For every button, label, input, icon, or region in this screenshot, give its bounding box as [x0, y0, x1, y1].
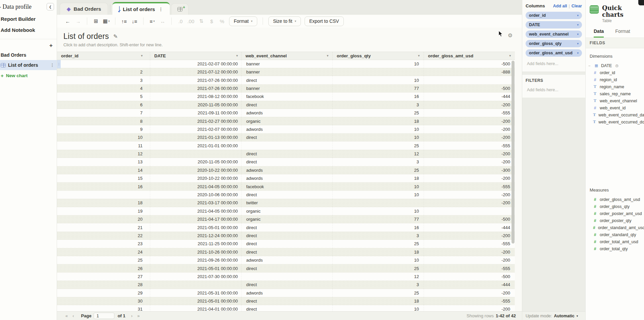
column-pill-order_gloss_qty[interactable]: order_gloss_qty▾	[526, 40, 582, 47]
page-number-input[interactable]	[94, 313, 114, 319]
sort-caret-icon[interactable]: ▾	[507, 54, 511, 57]
cell-DATE[interactable]: 2021-04-05 00:00:00	[150, 182, 241, 190]
cell-DATE[interactable]: 2020-11-05 00:00:00	[150, 158, 241, 166]
cell-order_gloss_qty[interactable]: 16	[333, 223, 424, 231]
cell-DATE[interactable]: 2021-02-07 00:00:00	[150, 125, 241, 133]
columns-add-fields-placeholder[interactable]: Add fields here...	[526, 59, 582, 67]
cell-order_id[interactable]: 11	[57, 142, 150, 149]
cell-order_id[interactable]: 7	[57, 109, 150, 117]
cell-order_gloss_qty[interactable]: 25	[333, 289, 424, 297]
cell-order_gloss_qty[interactable]: 10	[333, 60, 424, 68]
cell-order_gloss_qty[interactable]: 10	[333, 191, 424, 199]
cell-order_gloss_qty[interactable]: 10	[333, 207, 424, 215]
format-button[interactable]: Format▾	[229, 16, 257, 26]
cell-order_id[interactable]: 19	[57, 207, 150, 215]
cell-order_id[interactable]: 21	[57, 223, 150, 231]
cell-web_event_channel[interactable]: organic	[241, 207, 333, 215]
dimension-order_id[interactable]: #order_id	[586, 69, 644, 76]
filters-add-fields-placeholder[interactable]: Add fields here...	[526, 87, 582, 93]
cell-web_event_channel[interactable]: adwords	[241, 166, 333, 174]
cell-order_id[interactable]: 6	[57, 101, 150, 109]
cell-order_gloss_amt_usd[interactable]: -555	[424, 109, 515, 117]
report-builder-link[interactable]: Report Builder	[0, 13, 57, 24]
cell-DATE[interactable]: 2021-05-01 00:00:00	[150, 264, 241, 272]
cell-order_gloss_qty[interactable]	[333, 68, 424, 76]
cell-web_event_channel[interactable]: direct	[241, 232, 333, 239]
cell-order_id[interactable]: 16	[57, 182, 150, 190]
cell-DATE[interactable]: 2020-11-05 00:00:00	[150, 101, 241, 109]
cell-order_id[interactable]: 13	[57, 158, 150, 166]
add-notebook-link[interactable]: Add Notebook	[0, 24, 57, 36]
cell-order_id[interactable]: 26	[57, 264, 150, 272]
cell-order_gloss_amt_usd[interactable]: -300	[424, 166, 515, 174]
cell-order_gloss_amt_usd[interactable]: -200	[424, 101, 515, 109]
cell-order_id[interactable]: 3	[57, 76, 150, 84]
cell-order_gloss_qty[interactable]: 16	[333, 93, 424, 100]
cell-order_id[interactable]: 31	[57, 305, 150, 311]
tab-list-of-orders[interactable]: ✔ List of orders ⋮	[112, 2, 170, 15]
cell-order_id[interactable]	[57, 191, 150, 199]
cell-DATE[interactable]: 2021-08-12 00:00:00	[150, 93, 241, 100]
cell-DATE[interactable]	[150, 150, 241, 158]
cell-order_gloss_amt_usd[interactable]: -555	[424, 240, 515, 248]
cell-web_event_channel[interactable]: facebook	[241, 182, 333, 190]
hierarchy-toggle-icon[interactable]: −	[588, 64, 592, 68]
prev-page-button[interactable]: ‹	[70, 313, 76, 318]
cell-order_id[interactable]: 4	[57, 85, 150, 92]
measure-order_standard_amt_usd[interactable]: #order_standard_amt_usd	[586, 224, 644, 231]
cell-order_id[interactable]: 9	[57, 125, 150, 133]
cell-web_event_channel[interactable]: adwords	[241, 174, 333, 182]
cell-DATE[interactable]: 2021-07-30 00:00:00	[150, 273, 241, 280]
cell-order_gloss_qty[interactable]: 25	[333, 240, 424, 248]
cell-DATE[interactable]: 2021-09-11 00:00:00	[150, 109, 241, 117]
cell-order_gloss_amt_usd[interactable]: -200	[424, 174, 515, 182]
dimension-region_name[interactable]: Tregion_name	[586, 83, 644, 90]
measure-order_gloss_amt_usd[interactable]: #order_gloss_amt_usd	[586, 196, 644, 203]
cell-order_gloss_amt_usd[interactable]: -444	[424, 281, 515, 288]
next-page-button[interactable]: ›	[129, 313, 135, 318]
cell-web_event_channel[interactable]: adwords	[241, 125, 333, 133]
sidebar-item-bad-orders[interactable]: Bad Orders	[0, 50, 57, 60]
edit-title-icon[interactable]: ✎	[113, 33, 118, 40]
chart-options-icon[interactable]: ▦▾	[102, 17, 111, 25]
cell-web_event_channel[interactable]: adwords	[241, 109, 333, 117]
column-pill-web_event_channel[interactable]: web_event_channel▾	[526, 31, 582, 38]
cell-DATE[interactable]: 2021-02-07 00:00:00	[150, 60, 241, 68]
column-header-DATE[interactable]: DATE▾	[150, 52, 241, 60]
cell-order_id[interactable]: 23	[57, 240, 150, 248]
cell-DATE[interactable]: 2021-04-17 00:00:00	[150, 215, 241, 223]
cell-order_gloss_qty[interactable]: 77	[333, 85, 424, 92]
cell-DATE[interactable]: 2021-04-01 00:00:00	[150, 305, 241, 311]
chevron-down-icon[interactable]: ▾	[575, 51, 579, 55]
cell-order_gloss_qty[interactable]: 18	[333, 174, 424, 182]
cell-web_event_channel[interactable]: direct	[241, 158, 333, 166]
update-mode-select[interactable]: Automatic	[554, 314, 575, 318]
cell-order_gloss_qty[interactable]: 25	[333, 142, 424, 149]
measure-order_poster_qty[interactable]: #order_poster_qty	[586, 217, 644, 224]
cell-order_gloss_amt_usd[interactable]: -200	[424, 256, 515, 264]
cell-web_event_channel[interactable]: twitter	[241, 199, 333, 207]
sort-descending-icon[interactable]: ↓≡	[130, 17, 139, 25]
cell-web_event_channel[interactable]: direct	[241, 297, 333, 305]
scrollbar-thumb[interactable]	[512, 61, 515, 244]
cell-order_gloss_amt_usd[interactable]: -500	[424, 85, 515, 92]
chart-description-placeholder[interactable]: Click to add chart description. Shift-en…	[57, 42, 522, 50]
gear-icon[interactable]: ⚙	[508, 32, 513, 39]
cell-order_gloss_qty[interactable]: 3	[333, 101, 424, 109]
cell-order_gloss_qty[interactable]: 10	[333, 76, 424, 84]
column-pill-DATE[interactable]: DATE▾	[526, 21, 582, 29]
cell-order_id[interactable]: 14	[57, 166, 150, 174]
cell-order_gloss_qty[interactable]: 77	[333, 215, 424, 223]
cell-web_event_channel[interactable]: banner	[241, 68, 333, 76]
cell-DATE[interactable]: 2021-07-26 00:00:00	[150, 76, 241, 84]
cell-order_gloss_qty[interactable]: 25	[333, 264, 424, 272]
cell-web_event_channel[interactable]: direct	[241, 281, 333, 288]
cell-order_gloss_amt_usd[interactable]: -200	[424, 150, 515, 158]
cell-order_id[interactable]: 15	[57, 174, 150, 182]
tab-bad-orders[interactable]: ◈ Bad Orders	[60, 3, 108, 15]
cell-order_gloss_amt_usd[interactable]: -200	[424, 248, 515, 256]
tab-menu-icon[interactable]: ⋮	[159, 7, 163, 12]
align-icon[interactable]: ≡▾	[148, 17, 157, 25]
cell-order_gloss_amt_usd[interactable]: -555	[424, 264, 515, 272]
cell-order_gloss_amt_usd[interactable]: -200	[424, 117, 515, 125]
